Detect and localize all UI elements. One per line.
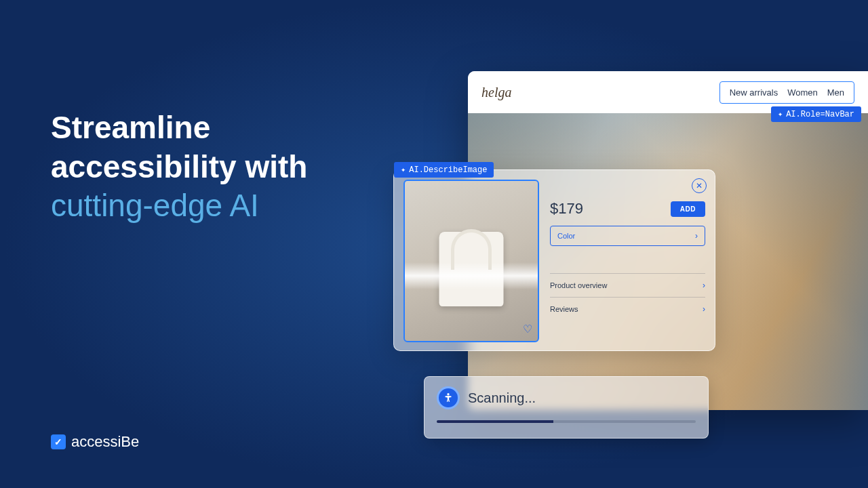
close-icon: ✕ [696,181,703,190]
color-select[interactable]: Color › [550,226,705,246]
reviews-row[interactable]: Reviews › [550,297,705,321]
chevron-right-icon: › [703,281,705,290]
chevron-right-icon: › [695,231,698,241]
headline-line-1: Streamline accessibility with [51,108,376,186]
price-row: $179 ADD [550,200,705,218]
nav-bar: New arrivals Women Men [719,81,854,104]
scan-shine-overlay [405,262,538,289]
product-card: ✦ AI.DescribeImage ✕ ♡ $179 ADD Color › … [393,169,715,351]
heart-icon[interactable]: ♡ [523,323,532,336]
headline: Streamline accessibility with cutting-ed… [51,108,376,226]
ai-role-navbar-tag: ✦ AI.Role=NavBar [771,106,861,122]
product-details: $179 ADD Color › Product overview › Revi… [550,180,705,341]
product-overview-row[interactable]: Product overview › [550,273,705,297]
product-price: $179 [550,200,583,218]
nav-item-women[interactable]: Women [787,87,818,98]
ai-describe-image-text: AI.DescribeImage [409,165,487,175]
progress-bar [437,420,696,423]
site-logo[interactable]: helga [481,85,511,100]
ai-role-navbar-text: AI.Role=NavBar [786,110,854,119]
close-button[interactable]: ✕ [692,178,707,193]
reviews-label: Reviews [550,305,578,313]
accessibility-icon [437,386,460,409]
nav-item-new-arrivals[interactable]: New arrivals [730,87,778,98]
color-select-label: Color [557,232,575,240]
chevron-right-icon: › [703,304,705,314]
product-overview-label: Product overview [550,281,607,289]
scanning-label: Scanning... [468,390,536,406]
progress-fill [437,420,553,423]
brand-mark-icon [51,434,66,449]
sparkle-icon: ✦ [401,165,406,175]
brand-name: accessiBe [71,433,139,451]
scanning-row: Scanning... [437,386,696,409]
sparkle-icon: ✦ [778,109,783,119]
product-image[interactable]: ♡ [403,180,539,342]
brand-logo: accessiBe [51,433,139,451]
nav-item-men[interactable]: Men [827,87,844,98]
scanning-panel: Scanning... [424,376,709,439]
headline-line-2: cutting-edge AI [51,186,376,226]
svg-point-0 [447,393,449,395]
add-to-cart-button[interactable]: ADD [671,201,705,217]
ai-describe-image-tag: ✦ AI.DescribeImage [394,162,494,178]
